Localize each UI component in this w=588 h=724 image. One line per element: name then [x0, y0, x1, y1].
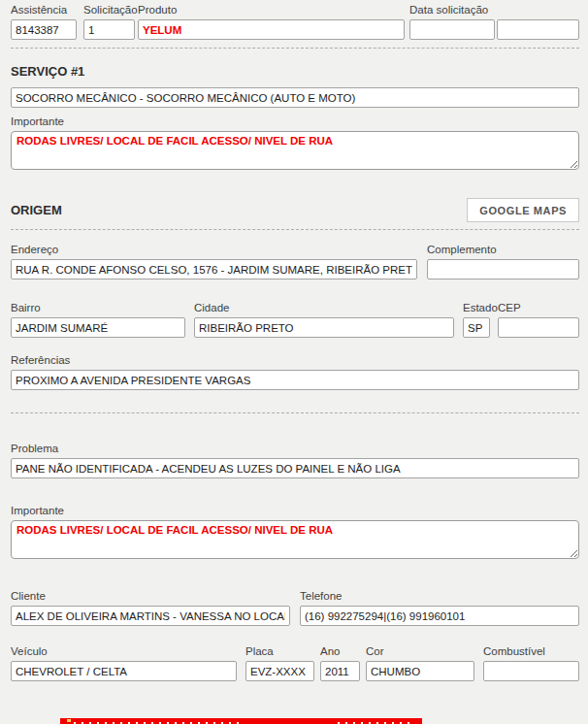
importante-label-1: Importante: [11, 115, 579, 128]
bairro-cidade-row: Bairro Cidade Estado CEP: [11, 302, 579, 338]
combustivel-input[interactable]: [483, 661, 579, 681]
cep-label: CEP: [498, 302, 579, 314]
complemento-input[interactable]: [427, 259, 579, 280]
assistencia-label: Assistência: [11, 4, 77, 16]
cliente-label: Cliente: [11, 590, 290, 603]
veiculo-row: Veículo Placa Ano Cor Combustível: [11, 645, 579, 681]
referencias-input[interactable]: [11, 370, 579, 390]
endereco-input[interactable]: [11, 259, 417, 280]
combustivel-label: Combustível: [483, 645, 579, 658]
warning-icon: [67, 719, 71, 722]
cliente-row: Cliente Telefone: [11, 590, 579, 626]
data-solicitacao-date-input[interactable]: [409, 19, 495, 40]
cor-input[interactable]: [366, 661, 474, 681]
cidade-input[interactable]: [194, 317, 454, 338]
cidade-label: Cidade: [194, 302, 454, 314]
divider-problema: [11, 412, 579, 413]
alert-banner: [60, 718, 422, 724]
google-maps-button[interactable]: GOOGLE MAPS: [467, 198, 579, 222]
bairro-input[interactable]: [11, 317, 185, 338]
data-solicitacao-time-input[interactable]: [497, 19, 579, 40]
placa-input[interactable]: [245, 661, 314, 681]
servico-input[interactable]: [11, 87, 579, 108]
importante-label-2: Importante: [11, 505, 579, 517]
divider-origem: [11, 229, 579, 230]
estado-input[interactable]: [463, 317, 490, 338]
servico-section-title: SERVIÇO #1: [11, 64, 579, 79]
complemento-label: Complemento: [427, 244, 579, 256]
origem-header-row: ORIGEM GOOGLE MAPS: [11, 198, 579, 222]
origem-section-title: ORIGEM: [11, 203, 62, 217]
assistance-form-page: Assistência Solicitação Produto Data sol…: [0, 0, 588, 724]
endereco-label: Endereço: [11, 244, 417, 256]
solicitacao-input[interactable]: [83, 19, 135, 40]
assistencia-input[interactable]: [11, 19, 77, 40]
solicitacao-label: Solicitação: [83, 4, 135, 16]
produto-label: Produto: [138, 4, 405, 16]
header-fields-row: Assistência Solicitação Produto Data sol…: [11, 4, 579, 40]
estado-label: Estado: [463, 302, 490, 314]
telefone-label: Telefone: [300, 590, 579, 603]
produto-input[interactable]: [138, 19, 405, 40]
problema-input[interactable]: [11, 458, 579, 478]
divider-top: [11, 48, 579, 49]
referencias-label: Referências: [11, 354, 579, 367]
cep-input[interactable]: [498, 317, 579, 338]
importante-textarea-1[interactable]: [11, 131, 579, 170]
ano-label: Ano: [320, 645, 360, 658]
veiculo-input[interactable]: [11, 661, 237, 681]
ano-input[interactable]: [320, 661, 360, 681]
placa-label: Placa: [245, 645, 314, 658]
data-solicitacao-group: [409, 19, 579, 40]
data-solicitacao-label: Data solicitação: [409, 4, 579, 16]
importante-textarea-2[interactable]: [11, 520, 579, 559]
cor-label: Cor: [366, 645, 474, 658]
veiculo-label: Veículo: [11, 645, 237, 658]
problema-label: Problema: [11, 443, 579, 455]
endereco-row: Endereço Complemento: [11, 244, 579, 280]
cliente-input[interactable]: [11, 606, 290, 626]
telefone-input[interactable]: [300, 606, 579, 626]
bairro-label: Bairro: [11, 302, 185, 314]
